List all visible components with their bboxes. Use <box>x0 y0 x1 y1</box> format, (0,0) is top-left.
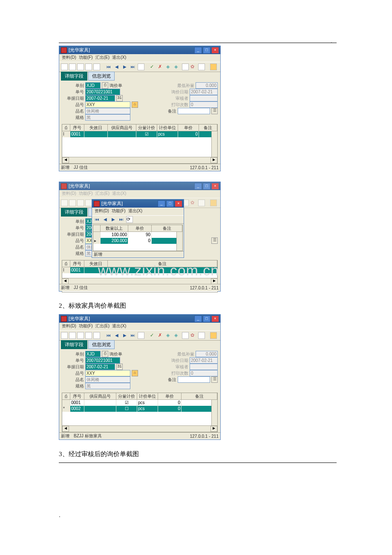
col-danjia[interactable]: 单价 <box>158 393 182 399</box>
input-pinhao[interactable]: XXY <box>85 370 130 376</box>
cell-checkbox[interactable]: ☑ <box>116 400 137 406</box>
delete-icon[interactable] <box>85 332 92 339</box>
refresh-icon[interactable] <box>138 332 144 339</box>
tab-browse[interactable]: 信息浏览 <box>88 72 115 81</box>
tool-icon[interactable]: ✿ <box>190 332 197 339</box>
print-icon[interactable] <box>93 332 100 339</box>
tab-detail[interactable]: 详细字段 <box>61 208 87 217</box>
beizhu-button[interactable]: ☰ <box>211 108 218 114</box>
maximize-button[interactable]: □ <box>203 47 210 54</box>
approve-icon[interactable]: ◈ <box>166 332 173 339</box>
col-beizhu[interactable]: 备注 <box>152 225 182 231</box>
horizontal-scrollbar-2[interactable]: ◀▶ <box>62 278 218 284</box>
table-row[interactable]: I 0001 <box>62 267 217 273</box>
unapprove-icon[interactable]: ◈ <box>174 64 181 70</box>
col-beizhu[interactable]: 备注 <box>199 124 217 131</box>
menu-export[interactable]: 汇出(E) <box>95 55 110 61</box>
input-beizhu[interactable] <box>178 376 210 383</box>
new-icon[interactable] <box>61 64 68 70</box>
folder-icon[interactable] <box>210 64 217 70</box>
first-icon[interactable]: ⏮ <box>94 216 101 223</box>
beizhu-button[interactable]: ☰ <box>211 376 218 383</box>
close-button[interactable]: × <box>211 315 219 322</box>
input-danbie[interactable]: XJD <box>85 82 101 89</box>
input-danhao[interactable]: 20070221001 <box>85 357 120 364</box>
folder-icon[interactable] <box>210 332 217 339</box>
beizhu-button[interactable]: ☰ <box>211 237 218 244</box>
col-beizhu[interactable]: 备注 <box>108 260 217 267</box>
camera-icon[interactable] <box>198 64 205 70</box>
last-icon[interactable]: ⏭ <box>130 64 136 70</box>
search-icon[interactable] <box>69 332 76 339</box>
menu-exit[interactable]: 退出(X) <box>111 323 127 330</box>
close-button[interactable]: × <box>175 200 182 207</box>
camera-icon[interactable] <box>198 332 205 339</box>
scroll-left-icon[interactable]: ◀ <box>62 278 69 284</box>
confirm-icon[interactable]: ✓ <box>150 332 156 339</box>
first-icon[interactable]: ⏮ <box>105 332 112 339</box>
input-pinhao[interactable]: XXY <box>85 101 130 108</box>
tab-detail[interactable]: 详细字段 <box>61 340 87 349</box>
table-row[interactable]: I 0001 ☑ pcs 0 <box>62 131 217 137</box>
popup-grid-body[interactable]: 100.000 90 ▸ 200.000 0 <box>93 232 182 251</box>
maximize-button[interactable]: □ <box>203 315 210 322</box>
col-fenliangJijia[interactable]: 分量计价 <box>116 393 137 399</box>
col-xuhao[interactable]: 序号 <box>70 124 84 131</box>
prev-icon[interactable]: ◀ <box>113 332 120 339</box>
cell-danjia-editing[interactable]: 0 <box>128 238 152 244</box>
minimize-button[interactable]: _ <box>194 315 202 322</box>
lookup-danbie-button[interactable]: ⎙ <box>102 351 108 357</box>
scroll-left-icon[interactable]: ◀ <box>62 157 69 163</box>
copy-icon[interactable] <box>77 332 84 339</box>
scroll-right-icon[interactable]: ▶ <box>210 426 217 432</box>
lookup-pinhao-button[interactable]: ⌂ <box>132 101 138 108</box>
minimize-button[interactable]: _ <box>158 200 165 207</box>
scroll-right-icon[interactable]: ▶ <box>210 157 217 163</box>
table-row[interactable]: 0001 ☑ pcs 0 <box>62 400 217 406</box>
cell-checkbox[interactable]: ☐ <box>116 406 137 412</box>
col-gongyingshangPinhao[interactable]: 供应商品号 <box>108 124 136 131</box>
cancel-icon[interactable]: ✗ <box>158 64 164 70</box>
maximize-button[interactable]: □ <box>166 200 174 207</box>
vertical-scrollbar[interactable] <box>176 232 182 251</box>
menu-data[interactable]: 资料(D) <box>61 323 77 330</box>
grid-body[interactable]: I 0001 ☑ pcs 0 <box>62 131 217 157</box>
col-beizhu[interactable]: 备注 <box>182 393 217 399</box>
col-fenliangJijia[interactable]: 分量计价 <box>136 124 157 131</box>
col-shixiaori[interactable]: 失效日 <box>84 260 108 267</box>
col-jijiaDanwei[interactable]: 计价单位 <box>137 393 158 399</box>
first-icon[interactable]: ⏮ <box>105 64 112 70</box>
col-jijiaDanwei[interactable]: 计价单位 <box>157 124 178 131</box>
col-shuliangYishang[interactable]: 数量以上 <box>101 225 128 231</box>
menu-function[interactable]: 功能(F) <box>111 208 127 215</box>
lookup-danbie-button[interactable]: ⎙ <box>102 82 108 89</box>
close-button[interactable]: × <box>211 47 219 54</box>
next-icon[interactable]: ▶ <box>121 64 128 70</box>
prev-icon[interactable]: ◀ <box>102 216 109 223</box>
tool-icon[interactable]: ✿ <box>190 64 197 70</box>
col-xuhao[interactable]: 序号 <box>70 393 84 399</box>
input-danjuriqi[interactable]: 2007-02-21 <box>85 364 115 370</box>
grid-selector-icon[interactable]: ⎙ <box>62 393 70 399</box>
vertical-scrollbar[interactable] <box>211 131 217 157</box>
scroll-left-icon[interactable]: ◀ <box>62 426 69 432</box>
maximize-button[interactable]: □ <box>203 183 210 190</box>
unapprove-icon[interactable]: ◈ <box>174 332 181 339</box>
calendar-button[interactable]: 31 <box>116 364 123 370</box>
tab-detail[interactable]: 详细字段 <box>61 72 87 81</box>
menu-function[interactable]: 功能(F) <box>78 55 94 61</box>
approve-icon[interactable]: ◈ <box>166 64 173 70</box>
grid-body-3[interactable]: 0001 ☑ pcs 0 * 0002 ☐ pcs 0 <box>62 400 217 425</box>
minimize-button[interactable]: _ <box>194 183 202 190</box>
copy-icon[interactable] <box>77 64 84 70</box>
col-danjia[interactable]: 单价 <box>178 124 199 131</box>
horizontal-scrollbar[interactable]: ◀ ▶ <box>62 157 217 163</box>
confirm-icon[interactable]: ✓ <box>150 64 156 70</box>
close-button[interactable]: × <box>211 183 219 190</box>
input-danhao[interactable]: 20070221001 <box>85 89 120 95</box>
col-danjia[interactable]: 单价 <box>128 225 152 231</box>
vertical-scrollbar[interactable] <box>211 400 217 425</box>
tab-browse[interactable]: 信息浏览 <box>88 340 115 349</box>
last-icon[interactable]: ⏭ <box>130 332 136 339</box>
lookup-pinhao-button[interactable]: ⌂ <box>132 370 138 376</box>
